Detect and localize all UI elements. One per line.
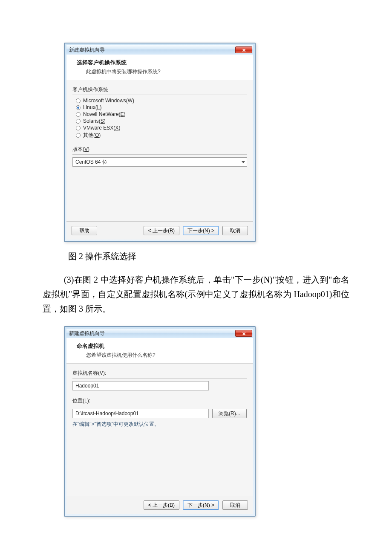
radio-solaris[interactable]: Solaris(S) — [72, 118, 247, 124]
wizard-footer: 帮助 < 上一步(B) 下一步(N) > 取消 — [66, 221, 253, 240]
next-button[interactable]: 下一步(N) > — [183, 500, 219, 510]
wizard-dialog-os-select: 新建虚拟机向导 ✕ 选择客户机操作系统 此虚拟机中将安装哪种操作系统? 客户机操… — [64, 43, 256, 242]
guest-os-label: 客户机操作系统 — [72, 86, 247, 93]
wizard-footer: < 上一步(B) 下一步(N) > 取消 — [66, 496, 253, 514]
wizard-header-title: 命名虚拟机 — [77, 342, 232, 350]
radio-label: Microsoft Windows(W) — [83, 98, 134, 104]
back-button[interactable]: < 上一步(B) — [144, 226, 179, 235]
cancel-button[interactable]: 取消 — [222, 500, 248, 510]
vm-name-label: 虚拟机名称(V): — [72, 370, 247, 377]
radio-linux[interactable]: Linux(L) — [72, 104, 247, 110]
window-title: 新建虚拟机向导 — [69, 46, 105, 54]
wizard-body: 虚拟机名称(V): Hadoop01 位置(L): D:\Itcast-Hado… — [66, 364, 253, 496]
divider — [72, 154, 247, 155]
chevron-down-icon — [242, 161, 245, 163]
radio-label: Solaris(S) — [83, 118, 106, 124]
close-icon[interactable]: ✕ — [235, 46, 252, 53]
wizard-header-title: 选择客户机操作系统 — [77, 59, 232, 66]
next-button[interactable]: 下一步(N) > — [183, 226, 219, 235]
cancel-button[interactable]: 取消 — [222, 226, 248, 235]
figure-2-caption: 图 2 操作系统选择 — [68, 251, 349, 262]
radio-icon — [76, 112, 81, 117]
radio-vmware-esx[interactable]: VMware ESX(X) — [72, 125, 247, 131]
vm-name-input[interactable]: Hadoop01 — [72, 381, 209, 390]
divider — [72, 95, 247, 95]
version-select[interactable]: CentOS 64 位 — [72, 157, 247, 167]
vm-location-input[interactable]: D:\Itcast-Hadoop\Hadoop01 — [72, 409, 209, 418]
radio-windows[interactable]: Microsoft Windows(W) — [72, 98, 247, 104]
radio-label: 其他(O) — [83, 132, 101, 139]
radio-icon — [76, 105, 81, 110]
radio-icon — [76, 119, 81, 124]
default-location-note: 在"编辑">"首选项"中可更改默认位置。 — [72, 421, 247, 428]
version-select-value: CentOS 64 位 — [75, 159, 107, 166]
radio-other[interactable]: 其他(O) — [72, 132, 247, 139]
wizard-body: 客户机操作系统 Microsoft Windows(W) Linux(L) — [66, 80, 253, 221]
help-button[interactable]: 帮助 — [72, 226, 97, 235]
vm-location-input-value: D:\Itcast-Hadoop\Hadoop01 — [75, 410, 139, 416]
radio-netware[interactable]: Novell NetWare(E) — [72, 111, 247, 117]
wizard-dialog-name-vm: 新建虚拟机向导 ✕ 命名虚拟机 您希望该虚拟机使用什么名称? 虚拟机名称(V):… — [64, 326, 256, 517]
paragraph-step-3: (3)在图 2 中选择好客户机操作系统后，单击"下一步(N)"按钮，进入到"命名… — [43, 272, 349, 316]
wizard-header: 命名虚拟机 您希望该虚拟机使用什么名称? — [66, 338, 253, 364]
titlebar: 新建虚拟机向导 ✕ — [66, 45, 253, 55]
titlebar: 新建虚拟机向导 ✕ — [66, 329, 253, 338]
radio-label: VMware ESX(X) — [83, 125, 120, 131]
back-button[interactable]: < 上一步(B) — [144, 500, 179, 510]
radio-icon — [76, 133, 81, 138]
wizard-header-subtitle: 此虚拟机中将安装哪种操作系统? — [86, 68, 232, 75]
radio-icon — [76, 98, 81, 103]
wizard-header: 选择客户机操作系统 此虚拟机中将安装哪种操作系统? — [66, 55, 253, 80]
radio-label: Linux(L) — [83, 104, 101, 110]
vm-name-input-value: Hadoop01 — [75, 383, 99, 389]
radio-icon — [76, 126, 81, 130]
vm-location-label: 位置(L): — [72, 397, 247, 405]
wizard-header-subtitle: 您希望该虚拟机使用什么名称? — [86, 352, 232, 359]
version-label: 版本(V) — [72, 146, 247, 153]
window-title: 新建虚拟机向导 — [69, 330, 105, 337]
browse-button[interactable]: 浏览(R)... — [212, 409, 247, 418]
radio-label: Novell NetWare(E) — [83, 111, 126, 117]
close-icon[interactable]: ✕ — [235, 330, 252, 337]
divider — [72, 378, 247, 379]
divider — [72, 406, 247, 406]
